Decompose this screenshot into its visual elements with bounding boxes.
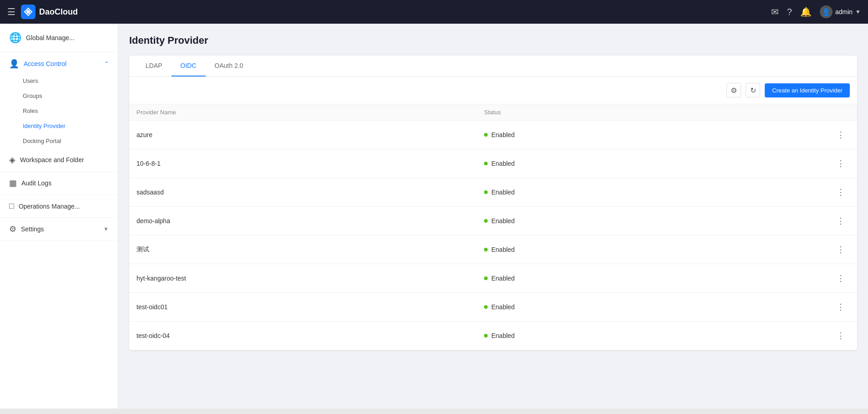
status-dot [484,276,488,280]
access-control-chevron-icon: ⌃ [104,61,109,67]
provider-name-cell: test-oidc-04 [136,332,484,339]
tab-oidc[interactable]: OIDC [172,56,206,77]
sidebar-item-identity-provider[interactable]: Identity Provider [0,118,118,133]
status-dot [484,248,488,251]
table-row: 测试 Enabled ⋮ [129,235,857,264]
status-cell: Enabled [484,303,832,311]
status-cell: Enabled [484,275,832,282]
sidebar-item-roles[interactable]: Roles [0,103,118,118]
main-content-area: Identity Provider LDAP OIDC OAuth 2.0 ⚙ … [118,24,868,414]
logo: DaoCloud [21,5,78,19]
status-dot [484,162,488,165]
access-control-items: Users Groups Roles Identity Provider Doc… [0,73,118,148]
audit-icon: ▦ [9,178,17,188]
status-cell: Enabled [484,217,832,225]
content-card: LDAP OIDC OAuth 2.0 ⚙ ↻ Create an Identi… [129,56,857,350]
page-title: Identity Provider [129,35,857,46]
username: admin [835,8,853,15]
operations-icon: □ [9,201,14,211]
logo-icon [21,5,35,19]
tab-ldap[interactable]: LDAP [136,56,172,77]
refresh-button[interactable]: ↻ [746,83,760,97]
menu-icon[interactable]: ☰ [7,6,15,17]
sidebar-item-users[interactable]: Users [0,73,118,88]
status-dot [484,190,488,194]
row-more-button[interactable]: ⋮ [832,329,850,342]
sidebar-item-settings[interactable]: ⚙ Settings ▼ [0,218,118,241]
audit-logs-label: Audit Logs [21,179,51,187]
table-row: hyt-kangaroo-test Enabled ⋮ [129,264,857,293]
row-more-button[interactable]: ⋮ [832,185,850,199]
tab-oauth2[interactable]: OAuth 2.0 [206,56,252,77]
status-cell: Enabled [484,332,832,339]
row-more-button[interactable]: ⋮ [832,300,850,314]
toolbar: ⚙ ↻ Create an Identity Provider [129,77,857,104]
access-control-label: Access Control [24,60,66,67]
provider-name-cell: azure [136,131,484,138]
user-chevron-icon: ▼ [855,9,861,15]
status-cell: Enabled [484,160,832,167]
column-actions [832,109,850,116]
table-row: demo-alpha Enabled ⋮ [129,207,857,235]
settings-button[interactable]: ⚙ [727,83,741,97]
workspace-icon: ◈ [9,155,15,165]
brand-name: DaoCloud [39,7,78,17]
provider-name-cell: 测试 [136,245,484,254]
status-dot [484,305,488,309]
provider-name-cell: sadsaasd [136,189,484,196]
operations-manage-label: Operations Manage... [19,203,80,210]
status-dot [484,219,488,223]
sidebar: 🌐 Global Manage... 👤 Access Control ⌃ Us… [0,24,118,414]
workspace-folder-label: Workspace and Folder [20,156,84,164]
sidebar-item-workspace-folder[interactable]: ◈ Workspace and Folder [0,148,118,172]
row-more-button[interactable]: ⋮ [832,214,850,228]
table-row: test-oidc-04 Enabled ⋮ [129,322,857,350]
status-cell: Enabled [484,131,832,138]
table-body: azure Enabled ⋮ 10-6-8-1 Enabled [129,121,857,350]
chat-icon[interactable]: ✉ [771,6,779,17]
provider-name-cell: 10-6-8-1 [136,160,484,167]
status-dot [484,133,488,137]
provider-name-cell: hyt-kangaroo-test [136,275,484,282]
globe-icon: 🌐 [9,32,21,44]
svg-point-1 [26,10,30,14]
sidebar-item-docking-portal[interactable]: Docking Portal [0,133,118,148]
status-cell: Enabled [484,246,832,253]
topbar: ☰ DaoCloud ✉ ? 🔔 👤 admin ▼ [0,0,868,24]
avatar: 👤 [820,5,833,18]
tab-bar: LDAP OIDC OAuth 2.0 [129,56,857,77]
provider-name-cell: test-oidc01 [136,303,484,311]
access-control-header[interactable]: 👤 Access Control ⌃ [0,52,118,73]
table-header: Provider Name Status [129,104,857,121]
row-more-button[interactable]: ⋮ [832,243,850,256]
global-manage-label: Global Manage... [26,34,75,41]
provider-name-cell: demo-alpha [136,217,484,225]
status-dot [484,334,488,337]
row-more-button[interactable]: ⋮ [832,157,850,170]
row-more-button[interactable]: ⋮ [832,271,850,285]
create-identity-provider-button[interactable]: Create an Identity Provider [765,83,850,97]
global-manage-item[interactable]: 🌐 Global Manage... [0,24,118,52]
table-row: azure Enabled ⋮ [129,121,857,149]
table-row: test-oidc01 Enabled ⋮ [129,293,857,322]
settings-chevron-icon: ▼ [103,226,109,232]
status-cell: Enabled [484,189,832,196]
table-row: 10-6-8-1 Enabled ⋮ [129,149,857,178]
sidebar-item-groups[interactable]: Groups [0,88,118,103]
sidebar-item-audit-logs[interactable]: ▦ Audit Logs [0,172,118,195]
horizontal-scrollbar[interactable] [0,409,868,414]
help-icon[interactable]: ? [787,7,792,17]
settings-label: Settings [21,225,44,233]
access-control-section: 👤 Access Control ⌃ Users Groups Roles Id… [0,52,118,148]
bell-icon[interactable]: 🔔 [800,6,812,17]
column-status: Status [484,109,832,116]
table-row: sadsaasd Enabled ⋮ [129,178,857,207]
settings-icon: ⚙ [9,224,16,234]
sidebar-item-operations-manage[interactable]: □ Operations Manage... [0,195,118,218]
row-more-button[interactable]: ⋮ [832,128,850,142]
column-provider-name: Provider Name [136,109,484,116]
user-menu[interactable]: 👤 admin ▼ [820,5,861,18]
access-control-icon: 👤 [9,59,19,69]
